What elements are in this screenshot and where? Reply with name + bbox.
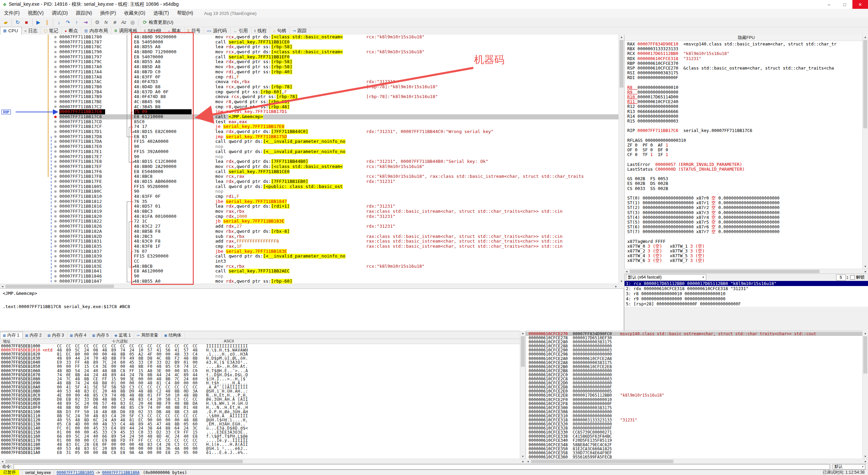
register-line[interactable]: R10 0000017D65114D00	[627, 95, 868, 99]
breakpoint-dot[interactable]	[54, 131, 57, 133]
stack-row[interactable]: 000000610CFCE3000000000000383175	[526, 406, 868, 410]
breakpoint-dot[interactable]	[54, 41, 57, 43]
disasm-row[interactable]: 00007FF711BB17DAFF15 402A0000call qword …	[0, 139, 618, 144]
close-button[interactable]: ✕	[852, 0, 868, 9]
register-line[interactable]: LastError 00000057 (ERROR_INVALID_PARAME…	[627, 162, 868, 167]
tab-跟踪[interactable]: ↝跟踪	[290, 27, 310, 35]
disasm-row[interactable]: 00007FF711BB184690nop	[0, 274, 618, 279]
disasm-row[interactable]: 00007FF711BB17D148:8D15 E82C0000lea rdx,…	[0, 129, 618, 134]
tab-内存布局[interactable]: ▥内存布局	[81, 27, 111, 35]
disasm-hscrollbar[interactable]: ◄►	[0, 284, 618, 289]
disasm-row[interactable]: 00007FF711BB183776 07jbe serial_key.7FF7…	[0, 249, 618, 254]
breakpoint-gutter[interactable]	[0, 79, 59, 84]
hide-fpu-button[interactable]: 隐藏FPU	[625, 35, 868, 41]
breakpoint-dot[interactable]	[54, 91, 57, 93]
register-line[interactable]: RCX 0000017D65112BB0 "k8l9m10r15s16u18"	[627, 51, 868, 56]
patch-hash-icon[interactable]: #	[111, 18, 119, 26]
register-line[interactable]: R12 0000000000000000	[627, 104, 868, 109]
register-line[interactable]: GS 002B FS 0053	[627, 176, 868, 181]
breakpoint-gutter[interactable]	[0, 90, 59, 95]
breakpoint-dot[interactable]	[54, 106, 57, 108]
register-line[interactable]: CS 0033 SS 002B	[627, 186, 868, 191]
breakpoint-gutter[interactable]	[0, 189, 59, 194]
tab-调用堆栈[interactable]: ≣调用堆栈	[112, 27, 141, 35]
breakpoint-gutter[interactable]	[0, 55, 59, 60]
disasm-row[interactable]: 00007FF711BB17B048:8D4D 88lea rcx,qword …	[0, 84, 618, 90]
breakpoint-gutter[interactable]	[0, 35, 59, 40]
breakpoint-dot[interactable]	[54, 155, 57, 158]
open-file-icon[interactable]: ▰	[1, 18, 10, 26]
dump-row[interactable]: 00007FF85DEB11008B D3 FF 50 18 48 8B D8 …	[0, 410, 526, 414]
register-line[interactable]: ZF 0 PF 0 AF 1	[627, 143, 868, 148]
register-line[interactable]: RBX 0000003133323133	[627, 46, 868, 51]
breakpoint-gutter[interactable]	[0, 234, 59, 239]
register-line[interactable]: ST(6) 00000000000000000000 x87r6 空 0.000…	[627, 225, 868, 229]
breakpoint-dot[interactable]	[54, 205, 57, 208]
registers-panel[interactable]: 隐藏FPU RAX 00007FF834D90E10 <msvcp140.cla…	[624, 35, 868, 269]
disasm-row[interactable]: 00007FF711BB17E1FF15 392A0000call qword …	[0, 149, 618, 154]
breakpoint-dot[interactable]	[54, 260, 57, 262]
arg-row[interactable]: 2: rdx 000000610CFCE318 000000610CFCE318…	[625, 286, 868, 291]
disasm-row[interactable]: 00007FF711BB183E48:8BCBmov rcx,rbxrcx:"k…	[0, 264, 618, 269]
breakpoint-dot[interactable]	[54, 210, 57, 213]
breakpoint-gutter[interactable]	[0, 70, 59, 75]
dump-tab-内存 3[interactable]: ▦内存 3	[45, 332, 67, 339]
breakpoint-gutter[interactable]	[0, 254, 59, 259]
breakpoint-gutter[interactable]	[0, 199, 59, 204]
disasm-row[interactable]: 00007FF711BB17A848:83FF 0Fcmp rdi,F	[0, 75, 618, 80]
dump-row[interactable]: 00007FF85DEB106048 8D 54 24 40 48 8B C8 …	[0, 369, 526, 373]
disasm-row[interactable]: 00007FF711BB182048:81FA 00100000cmp rdx,…	[0, 214, 618, 219]
register-line[interactable]: RSP 000000610CFCE270 &class std::basic_o…	[627, 66, 868, 71]
disasm-row[interactable]: 00007FF711BB1839FF15 E3290000call qword …	[0, 254, 618, 259]
dump-tab-监视 1[interactable]: ◉监视 1	[112, 332, 134, 339]
stack-panel[interactable]: 000000610CFCE27000007FF834D90FC0msvcp140…	[526, 331, 868, 459]
register-line[interactable]: OF 0 SF 0 DF 0	[627, 148, 868, 152]
breakpoint-dot[interactable]	[54, 165, 57, 168]
restart-icon[interactable]: ↻	[13, 18, 22, 26]
disasm-row[interactable]: 00007FF711BB17C24C:3B45 B8cmp r8,qword p…	[0, 104, 618, 110]
breakpoint-dot[interactable]	[54, 265, 57, 267]
run-icon[interactable]: ▶	[34, 18, 43, 26]
disasm-row[interactable]: 00007FF711BB181948:8BC3mov rax,rbxrax:cl…	[0, 209, 618, 214]
menu-视图V[interactable]: 视图(V)	[24, 10, 48, 16]
register-line[interactable]: R15 0000000000000003	[627, 119, 868, 124]
register-line[interactable]: ST(1) 00000000000000000000 x87r1 空 0.000…	[627, 201, 868, 205]
step-out-icon[interactable]: ↑	[72, 18, 81, 26]
run-to-user-icon[interactable]: ⇥	[81, 18, 90, 26]
register-line[interactable]: R8 0000000000000010	[627, 85, 868, 90]
disasm-row[interactable]: 00007FF711BB17CF74 17je serial_key.7FF71…	[0, 124, 618, 129]
disasm-row[interactable]: 00007FF711BB180C90nop	[0, 189, 618, 194]
breakpoint-dot[interactable]	[54, 280, 57, 282]
breakpoint-gutter[interactable]	[0, 75, 59, 80]
register-line[interactable]	[627, 157, 868, 162]
disasm-row[interactable]: 00007FF711BB17BE4C:8B45 98mov r8,qword p…	[0, 99, 618, 104]
disassembly-panel[interactable]: 00007FF711BB178048:8B0D 99290000mov rcx,…	[0, 35, 618, 284]
disasm-row[interactable]: 00007FF711BB182272 1Cjb serial_key.7FF71…	[0, 219, 618, 224]
register-line[interactable]: ST(4) 00000000000000000000 x87r4 空 0.000…	[627, 215, 868, 220]
breakpoint-gutter[interactable]	[0, 159, 59, 164]
disasm-row[interactable]: 00007FF711BB1787E8 54050000call serial_k…	[0, 40, 618, 45]
breakpoint-gutter[interactable]	[0, 164, 59, 169]
breakpoint-gutter[interactable]	[0, 174, 59, 179]
dump-row[interactable]: 00007FF85DEB105000 00 FF 15 C4 3E 00 00 …	[0, 364, 526, 368]
breakpoint-dot[interactable]	[54, 255, 57, 258]
arg-row[interactable]: 1: rcx 0000017D65112BB0 0000017D65112BB0…	[625, 281, 868, 286]
breakpoint-gutter[interactable]	[0, 144, 59, 149]
disasm-row[interactable]: 00007FF711BB183148:83C0 F8add rax,FFFFFF…	[0, 239, 618, 244]
breakpoint-gutter[interactable]	[0, 59, 59, 64]
menu-跟踪N[interactable]: 跟踪(N)	[72, 10, 96, 16]
disasm-row[interactable]: 00007FF711BB17B448:837D A0 0Fcmp qword p…	[0, 90, 618, 95]
disasm-row[interactable]: 00007FF711BB17FE48:8D15 AB060000lea rdx,…	[0, 179, 618, 184]
breakpoint-dot[interactable]	[54, 160, 57, 163]
breakpoint-dot[interactable]	[54, 240, 57, 243]
breakpoint-gutter[interactable]	[0, 99, 59, 104]
strings-az-icon[interactable]: Az	[119, 18, 128, 26]
breakpoint-dot[interactable]	[54, 270, 57, 272]
tab-SEH链[interactable]: §SEH链	[141, 27, 165, 35]
dump-row[interactable]: 00007FF85DEB112040 55 48 8D 6C 24 A9 48 …	[0, 418, 526, 422]
breakpoint-gutter[interactable]	[0, 114, 59, 119]
register-line[interactable]: ST(0) 00000000000000000000 x87r0 空 0.000…	[627, 196, 868, 201]
disasm-vscrollbar[interactable]: ▲▼	[618, 35, 625, 284]
breakpoint-dot[interactable]	[54, 51, 57, 53]
breakpoint-gutter[interactable]	[0, 134, 59, 139]
